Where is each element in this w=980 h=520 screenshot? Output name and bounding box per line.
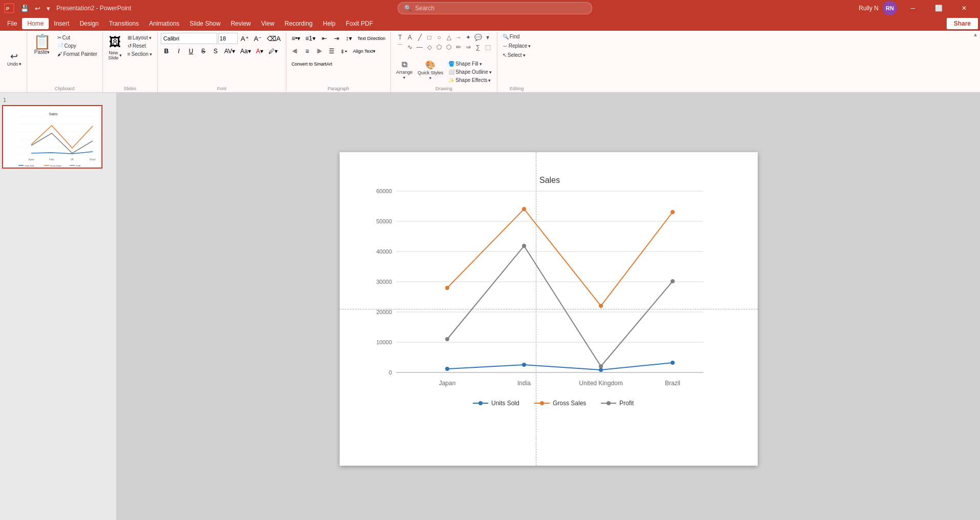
char-spacing-button[interactable]: AV▾ xyxy=(222,46,237,57)
customize-button[interactable]: ▾ xyxy=(45,4,52,13)
find-button[interactable]: 🔍 Find xyxy=(501,33,522,40)
select-button[interactable]: ↖ Select ▾ xyxy=(501,51,528,59)
pentagon-shape[interactable]: ⬠ xyxy=(434,43,444,52)
case-button[interactable]: Aa▾ xyxy=(238,46,253,57)
decrease-indent-button[interactable]: ⇤ xyxy=(319,33,330,44)
undo-redo-button[interactable]: ↩ Undo ▾ xyxy=(5,51,24,68)
font-name-input[interactable] xyxy=(161,33,217,44)
shape-outline-button[interactable]: ⬜ Shape Outline ▾ xyxy=(446,68,493,76)
underline-button[interactable]: U xyxy=(185,46,197,57)
arrange-dropdown-icon[interactable]: ▾ xyxy=(403,75,405,80)
menu-home[interactable]: Home xyxy=(22,18,49,29)
wordart-shape[interactable]: A xyxy=(405,33,414,42)
ribbon-collapse-button[interactable]: ▲ xyxy=(973,32,978,37)
menu-foxit[interactable]: Foxit PDF xyxy=(341,18,378,29)
close-button[interactable]: ✕ xyxy=(952,0,976,16)
menu-design[interactable]: Design xyxy=(74,18,103,29)
quick-styles-button[interactable]: 🎨 Quick Styles ▾ xyxy=(415,59,445,84)
save-button[interactable]: 💾 xyxy=(18,4,31,13)
menu-recording[interactable]: Recording xyxy=(280,18,318,29)
slide-thumbnail[interactable]: Sales Japan India UK Brazil xyxy=(2,105,102,169)
restore-button[interactable]: ⬜ xyxy=(927,0,950,16)
paste-button[interactable]: 📋 Paste ▾ xyxy=(30,33,54,57)
bullet-list-button[interactable]: ≡•▾ xyxy=(289,33,302,44)
columns-button[interactable]: ⫾▾ xyxy=(339,46,350,57)
rect-shape[interactable]: □ xyxy=(425,33,434,42)
shape-fill-button[interactable]: 🪣 Shape Fill ▾ xyxy=(446,60,493,68)
new-slide-dropdown-icon[interactable]: ▾ xyxy=(119,53,122,58)
chart-container[interactable]: Sales 0 10000 20000 30000 40000 xyxy=(365,168,734,439)
undo-dropdown-icon[interactable]: ▾ xyxy=(19,61,22,67)
numbered-list-button[interactable]: ≡1▾ xyxy=(303,33,318,44)
bold-button[interactable]: B xyxy=(161,46,172,57)
arrow-shape[interactable]: → xyxy=(454,33,463,42)
arc-shape[interactable]: ⌒ xyxy=(395,43,405,52)
decrease-font-button[interactable]: A⁻ xyxy=(252,33,264,44)
reset-button[interactable]: ↺ Reset xyxy=(126,42,154,50)
block-arrow-shape[interactable]: ⇒ xyxy=(464,43,473,52)
oval-shape[interactable]: ○ xyxy=(434,33,444,42)
menu-view[interactable]: View xyxy=(256,18,280,29)
highlight-button[interactable]: 🖊▾ xyxy=(266,46,280,57)
menu-file[interactable]: File xyxy=(2,18,22,29)
text-direction-button[interactable]: Text Direction xyxy=(356,33,388,44)
shape-effects-dropdown-icon[interactable]: ▾ xyxy=(488,78,491,83)
more-shapes[interactable]: ▾ xyxy=(483,33,492,42)
arrange-button[interactable]: ⧉ Arrange ▾ xyxy=(394,59,414,84)
paste-dropdown-icon[interactable]: ▾ xyxy=(47,50,50,55)
new-slide-button[interactable]: 🖼 New Slide ▾ xyxy=(106,33,124,61)
curve-shape[interactable]: ∿ xyxy=(405,43,414,52)
search-input[interactable] xyxy=(415,5,569,12)
callout-shape[interactable]: 💬 xyxy=(473,33,483,42)
shape-effects-button[interactable]: ✨ Shape Effects ▾ xyxy=(446,76,493,84)
font-color-button[interactable]: A▾ xyxy=(254,46,265,57)
star-shape[interactable]: ✦ xyxy=(464,33,473,42)
section-button[interactable]: ≡ Section ▾ xyxy=(126,50,154,58)
replace-dropdown-icon[interactable]: ▾ xyxy=(528,44,531,49)
strikethrough-button[interactable]: S xyxy=(198,46,209,57)
increase-indent-button[interactable]: ⇥ xyxy=(331,33,342,44)
minimize-button[interactable]: ─ xyxy=(901,0,925,16)
menu-transitions[interactable]: Transitions xyxy=(104,18,144,29)
copy-button[interactable]: 📄 Copy xyxy=(55,42,99,50)
freeform-shape[interactable]: ✏ xyxy=(454,43,463,52)
search-container[interactable]: 🔍 xyxy=(398,2,592,14)
line-spacing-button[interactable]: ↕▾ xyxy=(343,33,355,44)
shape-outline-dropdown-icon[interactable]: ▾ xyxy=(489,70,492,75)
convert-smartart-button[interactable]: Convert to SmartArt xyxy=(289,58,335,70)
avatar[interactable]: RN xyxy=(883,1,897,15)
menu-insert[interactable]: Insert xyxy=(49,18,74,29)
layout-button[interactable]: ⊞ Layout ▾ xyxy=(126,34,154,41)
format-painter-button[interactable]: 🖌 Format Painter xyxy=(55,50,99,58)
menu-animations[interactable]: Animations xyxy=(144,18,184,29)
connector-shape[interactable]: — xyxy=(415,43,424,52)
shadow-button[interactable]: S xyxy=(210,46,221,57)
increase-font-button[interactable]: A⁺ xyxy=(239,33,251,44)
new-slide-top[interactable]: 🖼 xyxy=(106,33,124,50)
layout-dropdown-icon[interactable]: ▾ xyxy=(149,35,152,40)
canvas-area[interactable]: Sales 0 10000 20000 30000 40000 xyxy=(117,93,980,520)
hexagon-shape[interactable]: ⬡ xyxy=(444,43,453,52)
font-size-input[interactable] xyxy=(218,33,238,44)
flowchart-shape[interactable]: ⬚ xyxy=(483,43,492,52)
text-shape[interactable]: T xyxy=(395,33,405,42)
align-text-button[interactable]: Align Text▾ xyxy=(351,46,378,57)
cut-button[interactable]: ✂ Cut xyxy=(55,34,99,41)
share-button[interactable]: Share xyxy=(947,18,978,29)
menu-review[interactable]: Review xyxy=(225,18,256,29)
line-shape[interactable]: ╱ xyxy=(415,33,424,42)
align-left-button[interactable]: ⫷ xyxy=(289,46,301,57)
clear-format-button[interactable]: ⌫A xyxy=(265,33,283,44)
diamond-shape[interactable]: ◇ xyxy=(425,43,434,52)
equation-shape[interactable]: ∑ xyxy=(473,43,483,52)
align-right-button[interactable]: ⫸ xyxy=(314,46,325,57)
triangle-shape[interactable]: △ xyxy=(444,33,453,42)
quick-styles-dropdown-icon[interactable]: ▾ xyxy=(429,76,431,80)
italic-button[interactable]: I xyxy=(173,46,184,57)
select-dropdown-icon[interactable]: ▾ xyxy=(523,53,526,58)
menu-help[interactable]: Help xyxy=(318,18,341,29)
align-center-button[interactable]: ≡ xyxy=(302,46,313,57)
replace-button[interactable]: ↔ Replace ▾ xyxy=(501,42,533,50)
slide-canvas[interactable]: Sales 0 10000 20000 30000 40000 xyxy=(340,152,758,466)
justify-button[interactable]: ☰ xyxy=(326,46,338,57)
